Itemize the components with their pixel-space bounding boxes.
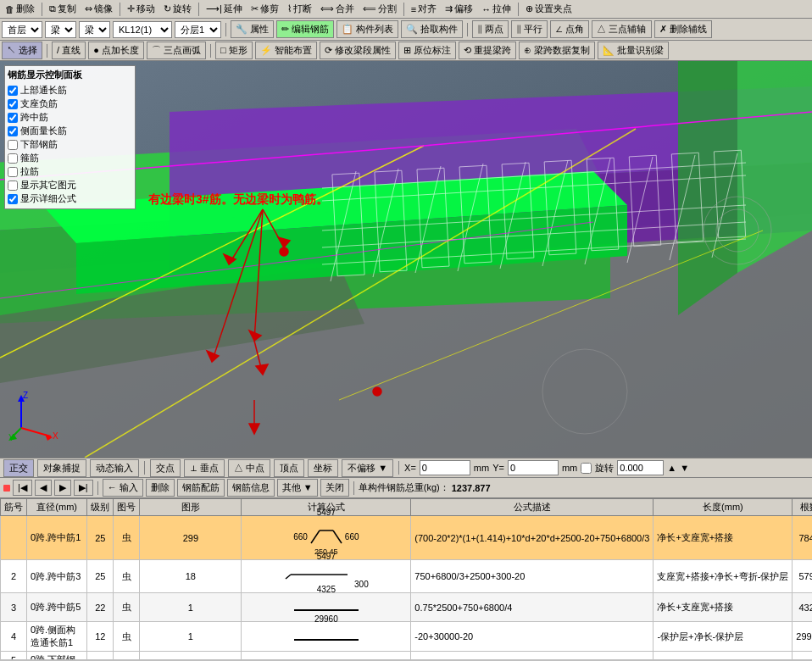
intersection-btn[interactable]: 交点 xyxy=(150,459,181,477)
table-row[interactable]: 3 0跨.跨中筋5 22 虫 1 4325 0.75*2500+750 xyxy=(1,593,813,622)
delete-aux-btn[interactable]: ✗ 删除辅线 xyxy=(654,20,712,38)
cp-check-4[interactable] xyxy=(8,126,18,136)
close-btn[interactable]: 关闭 xyxy=(320,479,349,497)
re-beam-span-btn[interactable]: ⟲ 重提梁跨 xyxy=(459,42,516,59)
nav-next-btn[interactable]: ▶ xyxy=(54,480,71,496)
code-select[interactable]: KL12(1) xyxy=(113,21,172,38)
type2-select[interactable]: 梁 xyxy=(79,21,110,38)
data-table-container[interactable]: 筋号 直径(mm) 级别 图号 图形 计算公式 公式描述 长度(mm) 根数 搭… xyxy=(0,498,812,659)
table-row[interactable]: 4 0跨.侧面构造通长筋1 12 虫 1 29960 -20+3000 xyxy=(1,622,813,652)
copy-span-btn[interactable]: ⊕ 梁跨数据复制 xyxy=(519,42,595,59)
midpoint-btn[interactable]: △ 中点 xyxy=(228,459,270,477)
cp-check-5[interactable] xyxy=(8,140,18,150)
toolbar-offset[interactable]: ⇉ 偏移 xyxy=(442,2,476,16)
main-3d-view[interactable]: 钢筋显示控制面板 上部通长筋 支座负筋 跨中筋 侧面量长筋 下部钢筋 箍筋 拉筋 xyxy=(0,61,812,458)
cp-check-7[interactable] xyxy=(8,167,18,177)
cp-check-3[interactable] xyxy=(8,113,18,123)
rebar-info-btn[interactable]: 钢筋信息 xyxy=(227,479,275,497)
cp-item-1[interactable]: 上部通长筋 xyxy=(8,84,132,97)
dynamic-input-btn[interactable]: 动态输入 xyxy=(90,459,139,477)
three-point-axis-btn[interactable]: △ 三点辅轴 xyxy=(592,20,651,38)
edit-rebar-btn[interactable]: ✏ 编辑钢筋 xyxy=(276,20,334,38)
cell-formula: 0.75*2500+750+6800/4 xyxy=(411,593,653,622)
table-row[interactable]: 0跨.跨中筋1 25 虫 299 5497 660 xyxy=(1,516,813,560)
batch-id-btn[interactable]: 📐 批量识别梁 xyxy=(598,42,669,59)
nav-prev-btn[interactable]: ◀ xyxy=(35,480,52,496)
cp-check-8[interactable] xyxy=(8,181,18,191)
cp-check-6[interactable] xyxy=(8,153,18,164)
rotate-stepper-up[interactable]: ▲ xyxy=(667,463,676,473)
smart-layout-btn[interactable]: ⚡ 智能布置 xyxy=(255,42,317,59)
cp-label-3: 跨中筋 xyxy=(20,111,48,124)
modify-beam-btn[interactable]: ⟳ 修改梁段属性 xyxy=(320,42,396,59)
toolbar-rotate[interactable]: ↻ 旋转 xyxy=(160,2,195,16)
toolbar-split[interactable]: ⟸ 分割 xyxy=(359,2,400,16)
rotate-stepper-down[interactable]: ▼ xyxy=(680,463,689,473)
svg-text:Z: Z xyxy=(23,391,28,400)
toolbar-align[interactable]: ≡ 对齐 xyxy=(408,2,440,16)
delete-row-btn[interactable]: 删除 xyxy=(146,479,175,497)
span-select[interactable]: 分层1 xyxy=(175,21,221,38)
other-btn[interactable]: 其他 ▼ xyxy=(277,479,318,497)
cell-desc xyxy=(653,652,793,660)
cell-shape: 29960 xyxy=(242,622,411,652)
rotate-checkbox[interactable] xyxy=(581,463,592,474)
rect-btn[interactable]: □ 矩形 xyxy=(215,42,253,59)
x-unit: mm xyxy=(474,463,489,473)
import-btn[interactable]: ← 输入 xyxy=(103,479,143,497)
control-panel: 钢筋显示控制面板 上部通长筋 支座负筋 跨中筋 侧面量长筋 下部钢筋 箍筋 拉筋 xyxy=(4,65,136,209)
rotate-label: 旋转 xyxy=(595,462,614,475)
toolbar-move[interactable]: ✛ 移动 xyxy=(124,2,159,16)
cp-item-4[interactable]: 侧面量长筋 xyxy=(8,125,132,137)
floor-select[interactable]: 首层 xyxy=(2,21,42,38)
toolbar-delete[interactable]: 🗑 删除 xyxy=(2,2,38,16)
point-length-btn[interactable]: ● 点加长度 xyxy=(88,42,144,59)
line-btn[interactable]: / 直线 xyxy=(52,42,86,59)
table-row[interactable]: 5 0跨.下部钢... xyxy=(1,652,813,660)
cp-item-9[interactable]: 显示详细公式 xyxy=(8,192,132,205)
rotate-input[interactable] xyxy=(617,460,664,475)
original-mark-btn[interactable]: ⊞ 原位标注 xyxy=(398,42,456,59)
y-input[interactable] xyxy=(508,460,559,475)
cp-check-9[interactable] xyxy=(8,194,18,204)
type1-select[interactable]: 梁 xyxy=(45,21,76,38)
pick-component-btn[interactable]: 🔍 拾取构件 xyxy=(401,20,463,38)
toolbar-merge[interactable]: ⟺ 合并 xyxy=(317,2,358,16)
toolbar-extend[interactable]: ⟶| 延伸 xyxy=(203,2,246,16)
parallel-btn[interactable]: ∥ 平行 xyxy=(511,20,548,38)
cp-item-5[interactable]: 下部钢筋 xyxy=(8,138,132,151)
toolbar-mirror[interactable]: ⇔ 镜像 xyxy=(81,2,116,16)
table-row[interactable]: 2 0跨.跨中筋3 25 虫 18 5497 300 xyxy=(1,560,813,593)
component-list-btn[interactable]: 📋 构件列表 xyxy=(336,20,398,38)
toolbar-setgrip[interactable]: ⊕ 设置夹点 xyxy=(522,2,576,16)
cp-check-2[interactable] xyxy=(8,99,18,109)
rebar-config-btn[interactable]: 钢筋配筋 xyxy=(177,479,225,497)
coord-btn[interactable]: 坐标 xyxy=(308,459,338,477)
cp-item-7[interactable]: 拉筋 xyxy=(8,165,132,178)
snap-btn[interactable]: 对象捕捉 xyxy=(37,459,86,477)
perp-btn[interactable]: ⊥ 垂点 xyxy=(184,459,225,477)
three-point-arc-btn[interactable]: ⌒ 三点画弧 xyxy=(147,42,206,59)
vertex-btn[interactable]: 顶点 xyxy=(274,459,304,477)
toolbar-copy[interactable]: ⧉ 复制 xyxy=(46,2,80,16)
cell-desc: -保护层+净长-保护层 xyxy=(653,622,793,652)
cp-check-1[interactable] xyxy=(8,86,18,96)
cp-item-2[interactable]: 支座负筋 xyxy=(8,97,132,110)
angle-btn[interactable]: ∠ 点角 xyxy=(550,20,589,38)
two-point-btn[interactable]: ‖ 两点 xyxy=(472,20,509,38)
nav-last-btn[interactable]: ▶| xyxy=(74,480,93,496)
toolbar-trim[interactable]: ✂ 修剪 xyxy=(247,2,282,16)
toolbar-stretch[interactable]: ↔ 拉伸 xyxy=(478,2,514,16)
toolbar-break[interactable]: ⌇ 打断 xyxy=(284,2,315,16)
cell-diameter: 25 xyxy=(87,560,114,593)
nav-first-btn[interactable]: |◀ xyxy=(13,480,32,496)
x-input[interactable] xyxy=(420,460,470,475)
cp-item-3[interactable]: 跨中筋 xyxy=(8,111,132,124)
no-offset-btn[interactable]: 不偏移 ▼ xyxy=(342,459,393,477)
property-btn[interactable]: 🔧 属性 xyxy=(231,20,274,38)
select-btn[interactable]: ↖ 选择 xyxy=(2,42,42,59)
cp-item-8[interactable]: 显示其它图元 xyxy=(8,179,132,192)
cp-item-6[interactable]: 箍筋 xyxy=(8,152,132,164)
cell-length: 7840 xyxy=(793,516,812,560)
ortho-btn[interactable]: 正交 xyxy=(3,459,34,477)
